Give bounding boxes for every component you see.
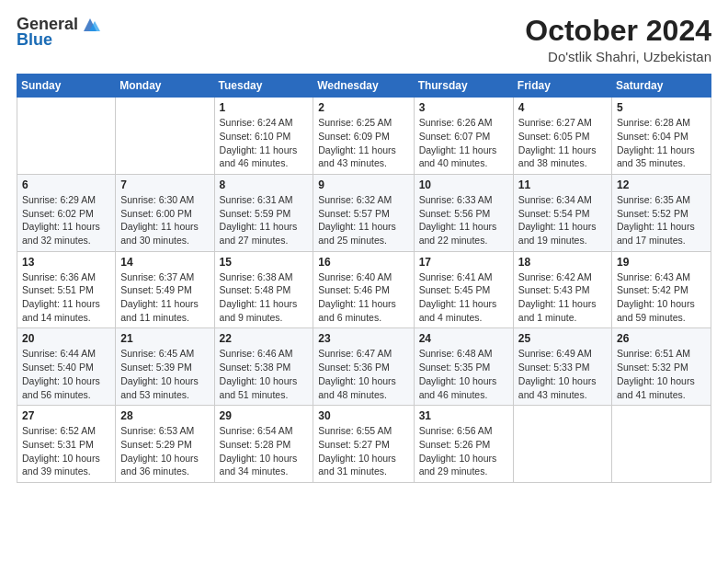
col-header-tuesday: Tuesday: [214, 75, 313, 98]
day-number: 28: [120, 409, 209, 422]
cell-info: Sunrise: 6:38 AM Sunset: 5:48 PM Dayligh…: [220, 270, 309, 325]
cell-28: 28Sunrise: 6:53 AM Sunset: 5:29 PM Dayli…: [116, 406, 214, 483]
day-number: 4: [518, 101, 607, 114]
day-number: 20: [22, 332, 110, 345]
cell-16: 16Sunrise: 6:40 AM Sunset: 5:46 PM Dayli…: [313, 251, 414, 328]
cell-1: 1Sunrise: 6:24 AM Sunset: 6:10 PM Daylig…: [214, 98, 313, 175]
day-number: 5: [617, 101, 706, 114]
cell-11: 11Sunrise: 6:34 AM Sunset: 5:54 PM Dayli…: [513, 174, 611, 251]
week-row-3: 13Sunrise: 6:36 AM Sunset: 5:51 PM Dayli…: [17, 251, 711, 328]
day-number: 19: [617, 256, 706, 269]
day-number: 26: [617, 332, 706, 345]
cell-7: 7Sunrise: 6:30 AM Sunset: 6:00 PM Daylig…: [116, 174, 214, 251]
cell-2: 2Sunrise: 6:25 AM Sunset: 6:09 PM Daylig…: [313, 98, 414, 175]
week-row-5: 27Sunrise: 6:52 AM Sunset: 5:31 PM Dayli…: [17, 406, 711, 483]
page: General Blue October 2024 Do'stlik Shahr…: [0, 0, 728, 563]
cell-23: 23Sunrise: 6:47 AM Sunset: 5:36 PM Dayli…: [313, 328, 414, 406]
cell-24: 24Sunrise: 6:48 AM Sunset: 5:35 PM Dayli…: [414, 328, 513, 406]
cell-5: 5Sunrise: 6:28 AM Sunset: 6:04 PM Daylig…: [612, 98, 711, 175]
title-area: October 2024 Do'stlik Shahri, Uzbekistan: [525, 15, 711, 64]
cell-info: Sunrise: 6:45 AM Sunset: 5:39 PM Dayligh…: [120, 347, 209, 401]
day-number: 1: [220, 101, 309, 114]
day-number: 10: [419, 178, 508, 191]
cell-info: Sunrise: 6:52 AM Sunset: 5:31 PM Dayligh…: [22, 424, 110, 478]
cell-13: 13Sunrise: 6:36 AM Sunset: 5:51 PM Dayli…: [17, 251, 116, 328]
cell-30: 30Sunrise: 6:55 AM Sunset: 5:27 PM Dayli…: [313, 406, 414, 483]
day-number: 12: [617, 178, 706, 191]
cell-info: Sunrise: 6:29 AM Sunset: 6:02 PM Dayligh…: [22, 193, 110, 247]
col-header-wednesday: Wednesday: [313, 75, 414, 98]
cell-20: 20Sunrise: 6:44 AM Sunset: 5:40 PM Dayli…: [17, 328, 116, 406]
day-number: 21: [120, 332, 209, 345]
cell-21: 21Sunrise: 6:45 AM Sunset: 5:39 PM Dayli…: [116, 328, 214, 406]
cell-info: Sunrise: 6:53 AM Sunset: 5:29 PM Dayligh…: [120, 424, 209, 478]
title-location: Do'stlik Shahri, Uzbekistan: [525, 49, 711, 64]
cell-info: Sunrise: 6:51 AM Sunset: 5:32 PM Dayligh…: [617, 347, 706, 401]
cell-empty: [116, 98, 214, 175]
logo-blue: Blue: [17, 31, 52, 50]
day-number: 24: [419, 332, 508, 345]
col-header-thursday: Thursday: [414, 75, 513, 98]
cell-info: Sunrise: 6:27 AM Sunset: 6:05 PM Dayligh…: [518, 116, 607, 170]
cell-4: 4Sunrise: 6:27 AM Sunset: 6:05 PM Daylig…: [513, 98, 611, 175]
day-number: 7: [120, 178, 209, 191]
day-number: 31: [419, 409, 508, 422]
day-number: 3: [419, 101, 508, 114]
cell-info: Sunrise: 6:33 AM Sunset: 5:56 PM Dayligh…: [419, 193, 508, 247]
cell-info: Sunrise: 6:26 AM Sunset: 6:07 PM Dayligh…: [419, 116, 508, 170]
cell-info: Sunrise: 6:35 AM Sunset: 5:52 PM Dayligh…: [617, 193, 706, 247]
day-number: 16: [318, 256, 408, 269]
day-number: 18: [518, 256, 607, 269]
day-number: 13: [22, 256, 110, 269]
day-number: 2: [318, 101, 408, 114]
cell-info: Sunrise: 6:47 AM Sunset: 5:36 PM Dayligh…: [318, 347, 408, 401]
cell-empty: [17, 98, 116, 175]
cell-info: Sunrise: 6:24 AM Sunset: 6:10 PM Dayligh…: [220, 116, 309, 170]
cell-info: Sunrise: 6:31 AM Sunset: 5:59 PM Dayligh…: [220, 193, 309, 247]
cell-empty: [513, 406, 611, 483]
day-number: 23: [318, 332, 408, 345]
title-month: October 2024: [525, 15, 711, 47]
day-number: 30: [318, 409, 408, 422]
day-number: 25: [518, 332, 607, 345]
cell-info: Sunrise: 6:49 AM Sunset: 5:33 PM Dayligh…: [518, 347, 607, 401]
col-header-sunday: Sunday: [17, 75, 116, 98]
cell-8: 8Sunrise: 6:31 AM Sunset: 5:59 PM Daylig…: [214, 174, 313, 251]
col-header-monday: Monday: [116, 75, 214, 98]
cell-3: 3Sunrise: 6:26 AM Sunset: 6:07 PM Daylig…: [414, 98, 513, 175]
day-number: 11: [518, 178, 607, 191]
col-header-friday: Friday: [513, 75, 611, 98]
cell-27: 27Sunrise: 6:52 AM Sunset: 5:31 PM Dayli…: [17, 406, 116, 483]
cell-info: Sunrise: 6:43 AM Sunset: 5:42 PM Dayligh…: [617, 270, 706, 325]
cell-19: 19Sunrise: 6:43 AM Sunset: 5:42 PM Dayli…: [612, 251, 711, 328]
day-number: 15: [220, 256, 309, 269]
cell-10: 10Sunrise: 6:33 AM Sunset: 5:56 PM Dayli…: [414, 174, 513, 251]
cell-info: Sunrise: 6:41 AM Sunset: 5:45 PM Dayligh…: [419, 270, 508, 325]
day-number: 14: [120, 256, 209, 269]
day-number: 27: [22, 409, 110, 422]
cell-info: Sunrise: 6:34 AM Sunset: 5:54 PM Dayligh…: [518, 193, 607, 247]
cell-empty: [612, 406, 711, 483]
cell-info: Sunrise: 6:56 AM Sunset: 5:26 PM Dayligh…: [419, 424, 508, 478]
logo: General Blue: [17, 15, 100, 50]
cell-17: 17Sunrise: 6:41 AM Sunset: 5:45 PM Dayli…: [414, 251, 513, 328]
day-number: 9: [318, 178, 408, 191]
cell-info: Sunrise: 6:48 AM Sunset: 5:35 PM Dayligh…: [419, 347, 508, 401]
cell-info: Sunrise: 6:42 AM Sunset: 5:43 PM Dayligh…: [518, 270, 607, 325]
cell-info: Sunrise: 6:55 AM Sunset: 5:27 PM Dayligh…: [318, 424, 408, 478]
day-number: 22: [220, 332, 309, 345]
logo-icon: [80, 15, 100, 35]
cell-29: 29Sunrise: 6:54 AM Sunset: 5:28 PM Dayli…: [214, 406, 313, 483]
cell-12: 12Sunrise: 6:35 AM Sunset: 5:52 PM Dayli…: [612, 174, 711, 251]
cell-info: Sunrise: 6:36 AM Sunset: 5:51 PM Dayligh…: [22, 270, 110, 325]
cell-info: Sunrise: 6:28 AM Sunset: 6:04 PM Dayligh…: [617, 116, 706, 170]
cell-18: 18Sunrise: 6:42 AM Sunset: 5:43 PM Dayli…: [513, 251, 611, 328]
cell-15: 15Sunrise: 6:38 AM Sunset: 5:48 PM Dayli…: [214, 251, 313, 328]
col-header-saturday: Saturday: [612, 75, 711, 98]
cell-info: Sunrise: 6:37 AM Sunset: 5:49 PM Dayligh…: [120, 270, 209, 325]
cell-14: 14Sunrise: 6:37 AM Sunset: 5:49 PM Dayli…: [116, 251, 214, 328]
day-number: 17: [419, 256, 508, 269]
cell-info: Sunrise: 6:40 AM Sunset: 5:46 PM Dayligh…: [318, 270, 408, 325]
week-row-2: 6Sunrise: 6:29 AM Sunset: 6:02 PM Daylig…: [17, 174, 711, 251]
cell-9: 9Sunrise: 6:32 AM Sunset: 5:57 PM Daylig…: [313, 174, 414, 251]
